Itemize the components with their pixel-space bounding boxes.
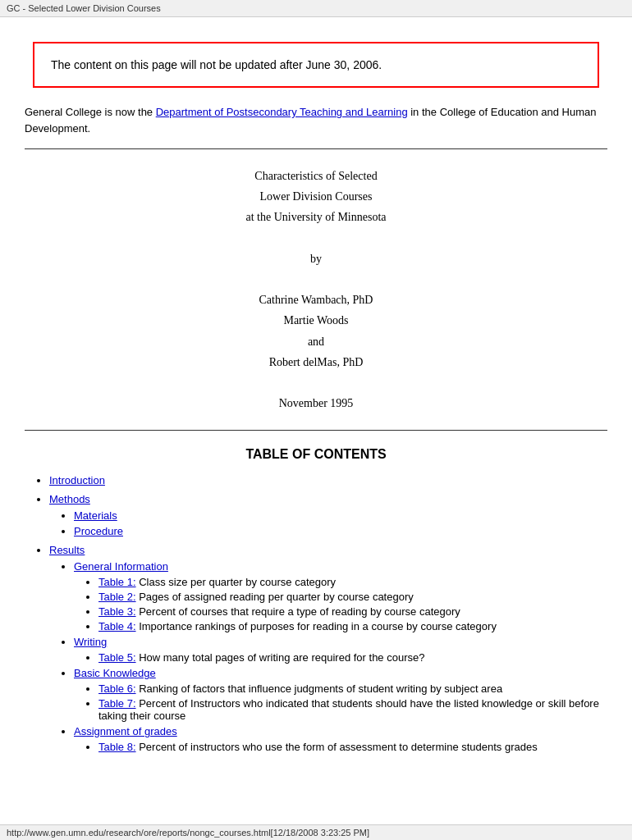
- toc-item-general-info: General Information Table 1: Class size …: [74, 560, 607, 632]
- toc-table7-text: Percent of Instructors who indicated tha…: [98, 697, 599, 722]
- toc-title: TABLE OF CONTENTS: [25, 447, 607, 462]
- toc-link-table7[interactable]: Table 7:: [98, 697, 136, 710]
- toc-link-table2[interactable]: Table 2:: [98, 591, 136, 603]
- toc-link-methods[interactable]: Methods: [49, 493, 90, 505]
- article-author1: Cathrine Wambach, PhD: [25, 290, 607, 310]
- toc-item-introduction: Introduction: [49, 474, 607, 486]
- toc-item-results: Results General Information Table 1: Cla…: [49, 544, 607, 753]
- intro-paragraph: General College is now the Department of…: [25, 104, 607, 136]
- toc-table8-text: Percent of instructors who use the form …: [136, 741, 538, 753]
- intro-text-before: General College is now the: [25, 106, 156, 118]
- toc-sub-writing: Table 5: How many total pages of writing…: [74, 651, 607, 664]
- toc-link-table5[interactable]: Table 5:: [98, 651, 136, 664]
- toc-link-basic-knowledge[interactable]: Basic Knowledge: [74, 667, 156, 679]
- toc-link-results[interactable]: Results: [49, 544, 85, 556]
- intro-link[interactable]: Department of Postsecondary Teaching and…: [156, 106, 408, 118]
- toc-sub-general-info: Table 1: Class size per quarter by cours…: [74, 576, 607, 632]
- main-content: The content on this page will not be upd…: [0, 17, 632, 768]
- toc-link-table1[interactable]: Table 1:: [98, 576, 136, 588]
- toc-table1-text: Class size per quarter by course categor…: [136, 576, 337, 588]
- toc-item-assignment-grades: Assignment of grades Table 8: Percent of…: [74, 725, 607, 753]
- toc-item-basic-knowledge: Basic Knowledge Table 6: Ranking of fact…: [74, 667, 607, 722]
- toc-list: Introduction Methods Materials Procedure…: [25, 474, 607, 753]
- article-by: by: [25, 249, 607, 269]
- toc-item-table8: Table 8: Percent of instructors who use …: [98, 741, 607, 753]
- toc-sub-methods: Materials Procedure: [49, 509, 607, 537]
- toc-item-table5: Table 5: How many total pages of writing…: [98, 651, 607, 664]
- toc-sub-results: General Information Table 1: Class size …: [49, 560, 607, 753]
- toc-item-table1: Table 1: Class size per quarter by cours…: [98, 576, 607, 588]
- toc-link-writing[interactable]: Writing: [74, 636, 107, 648]
- toc-table4-text: Importance rankings of purposes for read…: [136, 620, 497, 632]
- toc-item-table6: Table 6: Ranking of factors that influen…: [98, 682, 607, 695]
- toc-link-table4[interactable]: Table 4:: [98, 620, 136, 632]
- toc-link-introduction[interactable]: Introduction: [49, 474, 105, 486]
- top-divider: [25, 148, 607, 149]
- toc-link-procedure[interactable]: Procedure: [74, 525, 123, 537]
- article-title-line1: Characteristics of Selected: [25, 166, 607, 186]
- toc-sub-assignment-grades: Table 8: Percent of instructors who use …: [74, 741, 607, 753]
- article-author2: Martie Woods: [25, 310, 607, 331]
- toc-sub-basic-knowledge: Table 6: Ranking of factors that influen…: [74, 682, 607, 722]
- toc-item-materials: Materials: [74, 509, 607, 522]
- toc-table3-text: Percent of courses that require a type o…: [136, 605, 460, 618]
- toc-link-table8[interactable]: Table 8:: [98, 741, 136, 753]
- notice-text: The content on this page will not be upd…: [51, 58, 382, 71]
- notice-box: The content on this page will not be upd…: [33, 42, 599, 88]
- toc-item-table4: Table 4: Importance rankings of purposes…: [98, 620, 607, 632]
- toc-link-materials[interactable]: Materials: [74, 509, 117, 522]
- toc-link-table3[interactable]: Table 3:: [98, 605, 136, 618]
- article-author3: and: [25, 331, 607, 352]
- article-date: November 1995: [25, 393, 607, 413]
- toc-table5-text: How many total pages of writing are requ…: [136, 651, 425, 664]
- toc-link-general-info[interactable]: General Information: [74, 560, 168, 573]
- toc-item-table3: Table 3: Percent of courses that require…: [98, 605, 607, 618]
- article-title-line2: Lower Division Courses: [25, 186, 607, 207]
- toc-table6-text: Ranking of factors that influence judgme…: [136, 682, 503, 695]
- toc-table2-text: Pages of assigned reading per quarter by…: [136, 591, 414, 603]
- browser-title-bar: GC - Selected Lower Division Courses: [0, 0, 632, 17]
- toc-link-table6[interactable]: Table 6:: [98, 682, 136, 695]
- article-header: Characteristics of Selected Lower Divisi…: [25, 166, 607, 413]
- article-title-line3: at the University of Minnesota: [25, 207, 607, 227]
- article-author4: Robert delMas, PhD: [25, 352, 607, 372]
- toc-item-table2: Table 2: Pages of assigned reading per q…: [98, 591, 607, 603]
- toc-link-assignment-grades[interactable]: Assignment of grades: [74, 725, 177, 737]
- toc-item-procedure: Procedure: [74, 525, 607, 537]
- toc-item-writing: Writing Table 5: How many total pages of…: [74, 636, 607, 664]
- toc-item-methods: Methods Materials Procedure: [49, 493, 607, 537]
- toc-item-table7: Table 7: Percent of Instructors who indi…: [98, 697, 607, 722]
- page-title: GC - Selected Lower Division Courses: [7, 3, 161, 13]
- bottom-divider: [25, 430, 607, 431]
